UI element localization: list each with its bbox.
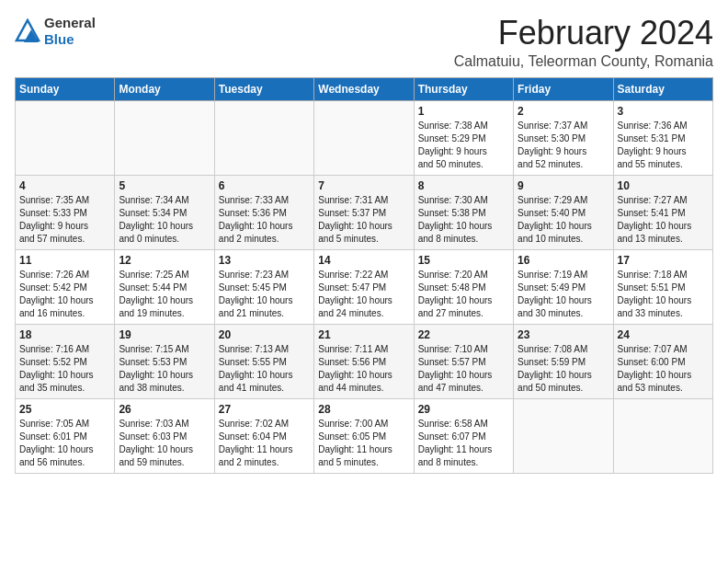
day-info: Sunrise: 7:31 AM Sunset: 5:37 PM Dayligh…	[318, 194, 409, 246]
calendar-cell: 16Sunrise: 7:19 AM Sunset: 5:49 PM Dayli…	[514, 249, 613, 324]
day-number: 5	[119, 179, 210, 192]
weekday-header-tuesday: Tuesday	[214, 77, 313, 100]
calendar-cell: 17Sunrise: 7:18 AM Sunset: 5:51 PM Dayli…	[613, 249, 712, 324]
logo: General Blue	[15, 15, 96, 48]
day-number: 26	[119, 403, 210, 416]
day-number: 2	[518, 105, 609, 118]
page-header: General Blue February 2024 Calmatuiu, Te…	[15, 15, 713, 70]
day-number: 10	[618, 179, 709, 192]
day-number: 28	[318, 403, 409, 416]
day-info: Sunrise: 7:29 AM Sunset: 5:40 PM Dayligh…	[518, 194, 609, 246]
calendar-cell	[115, 100, 214, 175]
day-number: 21	[318, 328, 409, 341]
month-title: February 2024	[454, 15, 713, 52]
calendar-cell: 12Sunrise: 7:25 AM Sunset: 5:44 PM Dayli…	[115, 249, 214, 324]
day-info: Sunrise: 7:16 AM Sunset: 5:52 PM Dayligh…	[19, 343, 110, 395]
day-info: Sunrise: 7:19 AM Sunset: 5:49 PM Dayligh…	[518, 269, 609, 320]
day-info: Sunrise: 7:13 AM Sunset: 5:55 PM Dayligh…	[219, 343, 310, 395]
day-info: Sunrise: 7:08 AM Sunset: 5:59 PM Dayligh…	[518, 343, 609, 395]
day-info: Sunrise: 6:58 AM Sunset: 6:07 PM Dayligh…	[418, 418, 509, 469]
day-number: 25	[19, 403, 110, 416]
logo-text: General Blue	[44, 15, 96, 48]
calendar-table: SundayMondayTuesdayWednesdayThursdayFrid…	[15, 77, 713, 474]
day-number: 1	[418, 105, 509, 118]
weekday-header-monday: Monday	[115, 77, 214, 100]
day-info: Sunrise: 7:37 AM Sunset: 5:30 PM Dayligh…	[518, 120, 609, 171]
week-row-3: 11Sunrise: 7:26 AM Sunset: 5:42 PM Dayli…	[16, 249, 713, 324]
calendar-cell: 11Sunrise: 7:26 AM Sunset: 5:42 PM Dayli…	[16, 249, 115, 324]
day-number: 29	[418, 403, 509, 416]
day-number: 4	[19, 179, 110, 192]
logo-icon	[15, 18, 40, 44]
calendar-cell: 8Sunrise: 7:30 AM Sunset: 5:38 PM Daylig…	[414, 175, 513, 249]
day-info: Sunrise: 7:23 AM Sunset: 5:45 PM Dayligh…	[219, 269, 310, 320]
calendar-cell: 4Sunrise: 7:35 AM Sunset: 5:33 PM Daylig…	[16, 175, 115, 249]
calendar-cell: 18Sunrise: 7:16 AM Sunset: 5:52 PM Dayli…	[16, 324, 115, 398]
weekday-header-saturday: Saturday	[613, 77, 712, 100]
day-number: 23	[518, 328, 609, 341]
week-row-2: 4Sunrise: 7:35 AM Sunset: 5:33 PM Daylig…	[16, 175, 713, 249]
weekday-header-row: SundayMondayTuesdayWednesdayThursdayFrid…	[16, 77, 713, 100]
calendar-cell: 25Sunrise: 7:05 AM Sunset: 6:01 PM Dayli…	[16, 398, 115, 473]
day-info: Sunrise: 7:34 AM Sunset: 5:34 PM Dayligh…	[119, 194, 210, 246]
day-info: Sunrise: 7:26 AM Sunset: 5:42 PM Dayligh…	[19, 269, 110, 320]
calendar-cell: 14Sunrise: 7:22 AM Sunset: 5:47 PM Dayli…	[314, 249, 414, 324]
calendar-cell: 13Sunrise: 7:23 AM Sunset: 5:45 PM Dayli…	[214, 249, 313, 324]
day-info: Sunrise: 7:07 AM Sunset: 6:00 PM Dayligh…	[618, 343, 709, 395]
calendar-cell: 1Sunrise: 7:38 AM Sunset: 5:29 PM Daylig…	[414, 100, 513, 175]
week-row-1: 1Sunrise: 7:38 AM Sunset: 5:29 PM Daylig…	[16, 100, 713, 175]
day-number: 12	[119, 254, 210, 267]
calendar-cell: 26Sunrise: 7:03 AM Sunset: 6:03 PM Dayli…	[115, 398, 214, 473]
calendar-cell: 19Sunrise: 7:15 AM Sunset: 5:53 PM Dayli…	[115, 324, 214, 398]
day-number: 24	[618, 328, 709, 341]
day-number: 20	[219, 328, 310, 341]
weekday-header-thursday: Thursday	[414, 77, 513, 100]
day-number: 19	[119, 328, 210, 341]
day-info: Sunrise: 7:33 AM Sunset: 5:36 PM Dayligh…	[219, 194, 310, 246]
day-number: 22	[418, 328, 509, 341]
day-info: Sunrise: 7:20 AM Sunset: 5:48 PM Dayligh…	[418, 269, 509, 320]
day-info: Sunrise: 7:10 AM Sunset: 5:57 PM Dayligh…	[418, 343, 509, 395]
calendar-cell: 2Sunrise: 7:37 AM Sunset: 5:30 PM Daylig…	[514, 100, 613, 175]
calendar-cell: 29Sunrise: 6:58 AM Sunset: 6:07 PM Dayli…	[414, 398, 513, 473]
day-info: Sunrise: 7:11 AM Sunset: 5:56 PM Dayligh…	[318, 343, 409, 395]
weekday-header-wednesday: Wednesday	[314, 77, 414, 100]
title-block: February 2024 Calmatuiu, Teleorman Count…	[454, 15, 713, 70]
day-number: 7	[318, 179, 409, 192]
calendar-cell: 9Sunrise: 7:29 AM Sunset: 5:40 PM Daylig…	[514, 175, 613, 249]
calendar-cell: 21Sunrise: 7:11 AM Sunset: 5:56 PM Dayli…	[314, 324, 414, 398]
calendar-cell: 3Sunrise: 7:36 AM Sunset: 5:31 PM Daylig…	[613, 100, 712, 175]
weekday-header-friday: Friday	[514, 77, 613, 100]
day-number: 14	[318, 254, 409, 267]
day-info: Sunrise: 7:35 AM Sunset: 5:33 PM Dayligh…	[19, 194, 110, 246]
day-info: Sunrise: 7:38 AM Sunset: 5:29 PM Dayligh…	[418, 120, 509, 171]
calendar-cell: 6Sunrise: 7:33 AM Sunset: 5:36 PM Daylig…	[214, 175, 313, 249]
day-number: 16	[518, 254, 609, 267]
day-number: 27	[219, 403, 310, 416]
day-number: 9	[518, 179, 609, 192]
day-number: 3	[618, 105, 709, 118]
calendar-cell: 10Sunrise: 7:27 AM Sunset: 5:41 PM Dayli…	[613, 175, 712, 249]
calendar-cell: 15Sunrise: 7:20 AM Sunset: 5:48 PM Dayli…	[414, 249, 513, 324]
day-info: Sunrise: 7:30 AM Sunset: 5:38 PM Dayligh…	[418, 194, 509, 246]
day-info: Sunrise: 7:18 AM Sunset: 5:51 PM Dayligh…	[618, 269, 709, 320]
calendar-cell	[514, 398, 613, 473]
day-info: Sunrise: 7:22 AM Sunset: 5:47 PM Dayligh…	[318, 269, 409, 320]
day-info: Sunrise: 7:00 AM Sunset: 6:05 PM Dayligh…	[318, 418, 409, 469]
calendar-cell: 28Sunrise: 7:00 AM Sunset: 6:05 PM Dayli…	[314, 398, 414, 473]
calendar-cell: 23Sunrise: 7:08 AM Sunset: 5:59 PM Dayli…	[514, 324, 613, 398]
day-number: 11	[19, 254, 110, 267]
day-info: Sunrise: 7:25 AM Sunset: 5:44 PM Dayligh…	[119, 269, 210, 320]
day-number: 15	[418, 254, 509, 267]
calendar-cell: 20Sunrise: 7:13 AM Sunset: 5:55 PM Dayli…	[214, 324, 313, 398]
day-number: 13	[219, 254, 310, 267]
day-info: Sunrise: 7:36 AM Sunset: 5:31 PM Dayligh…	[618, 120, 709, 171]
calendar-cell: 27Sunrise: 7:02 AM Sunset: 6:04 PM Dayli…	[214, 398, 313, 473]
calendar-cell: 5Sunrise: 7:34 AM Sunset: 5:34 PM Daylig…	[115, 175, 214, 249]
calendar-cell	[613, 398, 712, 473]
day-number: 18	[19, 328, 110, 341]
day-number: 17	[618, 254, 709, 267]
day-info: Sunrise: 7:15 AM Sunset: 5:53 PM Dayligh…	[119, 343, 210, 395]
calendar-cell	[16, 100, 115, 175]
day-info: Sunrise: 7:27 AM Sunset: 5:41 PM Dayligh…	[618, 194, 709, 246]
